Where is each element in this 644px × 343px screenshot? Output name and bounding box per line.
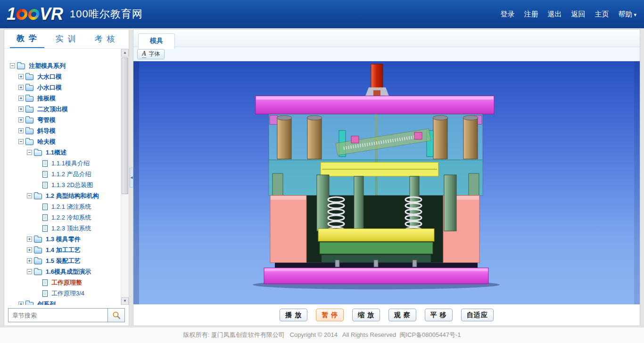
tree-item[interactable]: 哈夫模 [7,136,120,147]
chapter-search [8,308,125,322]
expand-icon[interactable] [27,247,32,253]
expand-icon[interactable] [18,85,24,90]
tree-item[interactable]: 工作原理整 [7,277,120,288]
tree-scrollbar[interactable]: ▲ ▼ [121,49,129,305]
nav-home[interactable]: 主页 [594,10,609,19]
pause-button[interactable]: 暂 停 [316,309,344,321]
font-button[interactable]: A 字体 [137,49,165,59]
tree-item[interactable]: 注塑模具系列 [7,60,120,71]
tree-item[interactable]: 1.2 典型结构和机构 [7,190,120,201]
search-icon [112,311,121,319]
tree-item[interactable]: 推板模 [7,93,120,104]
tree-item-label[interactable]: 1.1概述 [44,148,68,157]
3d-viewer[interactable] [133,61,640,304]
tree-item[interactable]: 1.1.2 产品介绍 [7,169,120,180]
tree-item-label[interactable]: 1.3 模具零件 [44,235,82,244]
folder-open-icon [34,270,42,275]
tree-item[interactable]: 1.2.2 冷却系统 [7,212,120,223]
sidebar: 教 学实 训考 核 注塑模具系列大水口模小水口模推板模二次顶出模弯管模斜导模哈夫… [4,29,129,326]
tree-item-label[interactable]: 1.2.1 浇注系统 [50,203,93,211]
tree-item-label[interactable]: 斜导模 [36,127,57,135]
tree-item-label[interactable]: 1.2.3 顶出系统 [50,224,93,233]
tab-mold[interactable]: 模具 [138,33,175,49]
fit-button[interactable]: 自适应 [461,309,494,321]
tree-item-label[interactable]: 1.4 加工工艺 [44,246,82,254]
expand-icon[interactable] [18,117,24,122]
tree-item[interactable]: 1.2.3 顶出系统 [7,223,120,234]
scroll-thumb[interactable] [122,57,128,194]
tree-item-label[interactable]: 1.2 典型结构和机构 [44,192,100,200]
expand-icon[interactable] [18,128,24,133]
folder-open-icon [34,150,42,156]
scroll-up-icon[interactable]: ▲ [121,49,129,57]
zoom-button[interactable]: 缩 放 [352,309,380,321]
expand-icon[interactable] [18,74,24,79]
tree-item[interactable]: 1.1.1模具介绍 [7,158,120,169]
tree-item-label[interactable]: 创系列 [36,300,57,305]
tree-item[interactable]: 1.4 加工工艺 [7,245,120,255]
nav-login[interactable]: 登录 [500,10,514,19]
font-icon: A [142,50,146,58]
tree-item[interactable]: 1.5 装配工艺 [7,255,120,266]
viewer-controls: 播 放暂 停缩 放观 察平 移自适应 [133,304,640,326]
tree-item-label[interactable]: 1.1.3 2D总装图 [50,181,94,189]
nav-help[interactable]: 帮助 [618,10,636,19]
mold-model-image[interactable] [133,61,640,304]
folder-open-icon [34,194,42,199]
viewer-toolbar: A 字体 [133,47,640,61]
tree-item-label[interactable]: 1.2.2 冷却系统 [50,213,93,222]
tree-item-label[interactable]: 工作原理整 [50,278,83,287]
search-button[interactable] [108,308,125,322]
tree-item[interactable]: 小水口模 [7,82,120,93]
tree-item-label[interactable]: 大水口模 [36,73,63,81]
tree-item-label[interactable]: 注塑模具系列 [27,62,67,70]
tree-item[interactable]: 斜导模 [7,125,120,136]
observe-button[interactable]: 观 察 [388,309,416,321]
collapse-icon[interactable] [27,193,32,198]
tree-item-label[interactable]: 弯管模 [36,116,57,124]
tree-item[interactable]: 1.1.3 2D总装图 [7,180,120,190]
folder-icon [25,85,33,91]
tree-item[interactable]: 1.6模具成型演示 [7,266,120,277]
collapse-icon[interactable] [27,150,32,155]
tree-item[interactable]: 1.2.1 浇注系统 [7,201,120,212]
nav-register[interactable]: 注册 [524,10,538,19]
expand-icon[interactable] [27,258,32,263]
collapse-icon[interactable] [18,139,24,144]
collapse-icon[interactable] [10,63,15,68]
tree-item[interactable]: 创系列 [7,299,120,305]
search-input[interactable] [8,308,108,322]
tree-item[interactable]: 弯管模 [7,114,120,125]
tree-item-label[interactable]: 工作原理3/4 [50,289,86,298]
tree-item[interactable]: 1.3 模具零件 [7,234,120,245]
play-button[interactable]: 播 放 [280,309,307,321]
pan-button[interactable]: 平 移 [425,309,453,321]
chapter-tree: 注塑模具系列大水口模小水口模推板模二次顶出模弯管模斜导模哈夫模1.1概述1.1.… [4,49,120,305]
expand-icon[interactable] [27,237,32,242]
tree-item-label[interactable]: 二次顶出模 [36,105,69,114]
tree-item-label[interactable]: 哈夫模 [36,138,57,146]
nav-back[interactable]: 返回 [571,10,585,19]
tree-item[interactable]: 工作原理3/4 [7,288,120,299]
tree-item-label[interactable]: 1.1.1模具介绍 [50,159,91,168]
logo[interactable]: 1 VR [7,4,63,24]
tree-item-label[interactable]: 小水口模 [36,83,63,92]
tree-item-label[interactable]: 1.5 装配工艺 [44,257,82,265]
sidebar-tab-assessment[interactable]: 考 核 [88,30,122,48]
sidebar-tab-training[interactable]: 实 训 [49,30,83,48]
expand-icon[interactable] [18,106,24,112]
expand-icon[interactable] [18,302,24,305]
sidebar-tab-teaching[interactable]: 教 学 [10,30,44,48]
scroll-down-icon[interactable]: ▼ [121,297,129,305]
nav-logout[interactable]: 退出 [547,10,561,19]
tree-item-label[interactable]: 1.1.2 产品介绍 [50,170,93,179]
expand-icon[interactable] [18,96,24,101]
folder-open-icon [17,64,25,69]
panel-collapse-handle[interactable]: ◀ [130,168,133,188]
tree-item[interactable]: 1.1概述 [7,147,120,158]
tree-item[interactable]: 二次顶出模 [7,104,120,114]
tree-item-label[interactable]: 推板模 [36,94,57,103]
tree-item[interactable]: 大水口模 [7,71,120,82]
tree-item-label[interactable]: 1.6模具成型演示 [44,268,92,276]
collapse-icon[interactable] [27,269,32,274]
